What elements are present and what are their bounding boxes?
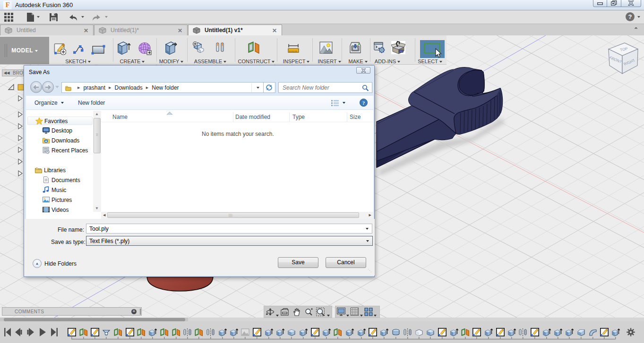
svg-text:?: ?: [362, 100, 365, 106]
